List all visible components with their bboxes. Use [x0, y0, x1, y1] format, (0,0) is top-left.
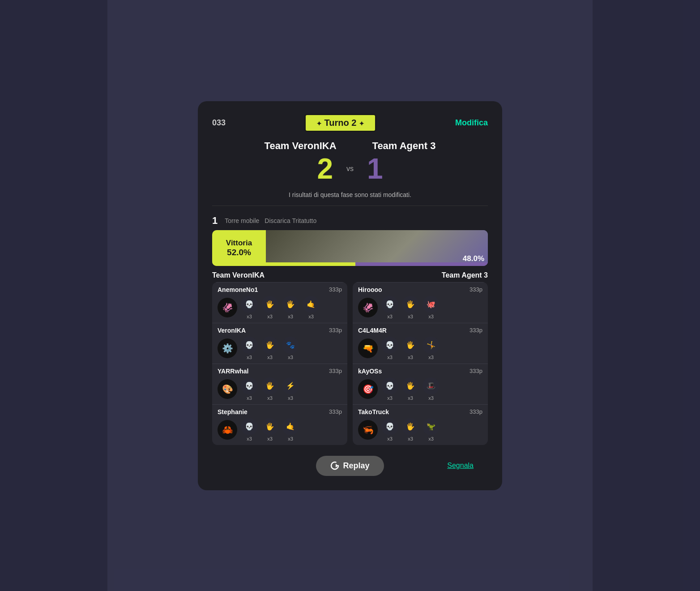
ability-icon: 🖐️ [261, 337, 278, 354]
weapon-slot: ⚙️ [218, 338, 237, 358]
item-count: x3 [267, 314, 273, 319]
ability-icon: 🎩 [423, 377, 440, 394]
segnala-button[interactable]: Segnala [447, 462, 474, 470]
ability-icon: 🤙 [282, 418, 299, 435]
ability-slot: 🦖 x3 [423, 418, 440, 441]
team2-header-label: Team Agent 3 [442, 271, 488, 279]
player-items: 🦑 💀 x3 🖐️ x3 🐙 x3 [358, 296, 482, 319]
item-count: x3 [267, 395, 273, 401]
player-points: 333p [329, 368, 342, 374]
vs-label: vs [346, 165, 354, 173]
ability-icon: 🖐️ [282, 296, 299, 313]
table-row: Hiroooo 333p 🦑 💀 x3 🖐️ x3 [353, 282, 488, 323]
replay-label: Replay [343, 461, 369, 471]
player-items: 🦐 💀 x3 🖐️ x3 🦖 x3 [358, 418, 482, 441]
ability-slot: 🐙 x3 [423, 296, 440, 319]
player-points: 333p [470, 286, 482, 293]
player-items: 🦀 💀 x3 🖐️ x3 🤙 x3 [218, 418, 342, 441]
bottom-actions: Replay Segnala [212, 454, 488, 476]
item-count: x3 [288, 314, 293, 319]
player-points: 333p [470, 408, 482, 415]
ability-slot: 🖐️ x3 [402, 418, 419, 441]
ability-slot: 🖐️ x3 [261, 418, 278, 441]
item-count: x3 [288, 436, 293, 441]
match-number: 033 [212, 118, 226, 128]
ability-slot: 🖐️ x3 [282, 296, 299, 319]
weapon-icon: 🦑 [358, 298, 378, 317]
modal-header: 033 Turno 2 Modifica [212, 114, 488, 132]
player-points: 333p [329, 286, 342, 293]
victory-label: Vittoria 52.0% [212, 230, 266, 266]
item-count: x3 [408, 314, 413, 319]
item-count: x3 [267, 436, 273, 441]
item-count: x3 [428, 314, 434, 319]
replay-button[interactable]: Replay [316, 456, 384, 476]
weapon-slot: 🦑 [358, 298, 378, 317]
item-count: x3 [428, 436, 434, 441]
player-name: AnemoneNo1 [218, 286, 258, 293]
left-panel-bg [0, 0, 107, 591]
table-row: kAyOSs 333p 🎯 💀 x3 🖐️ x3 [353, 364, 488, 404]
weapon-icon: 🎨 [218, 379, 237, 399]
weapon-icon: 🎯 [358, 379, 378, 399]
item-count: x3 [288, 395, 293, 401]
progress-bar [212, 262, 488, 266]
ability-icon: 🖐️ [261, 418, 278, 435]
weapon-icon: 🦐 [358, 420, 378, 440]
player-points: 333p [329, 408, 342, 415]
ability-icon: 🤸 [423, 337, 440, 354]
turno-label: Turno 2 [324, 118, 357, 128]
round-header: 1 Torre mobile Discarica Tritatutto [212, 215, 488, 227]
weapon-slot: 🦑 [218, 298, 237, 317]
player-name: TakoTruck [358, 408, 389, 415]
ability-slot: 🖐️ x3 [261, 296, 278, 319]
ability-slot: 💀 x3 [241, 377, 258, 401]
mode-tags: Torre mobile Discarica Tritatutto [225, 217, 316, 224]
weapon-slot: 🔫 [358, 338, 378, 358]
item-count: x3 [288, 355, 293, 360]
ability-icon: 💀 [381, 418, 398, 435]
table-row: AnemoneNo1 333p 🦑 💀 x3 🖐️ x3 [212, 282, 347, 323]
item-count: x3 [247, 436, 252, 441]
victory-text: Vittoria [226, 239, 252, 248]
ability-icon: 💀 [241, 418, 258, 435]
replay-icon [330, 461, 339, 470]
ability-icon: 🦖 [423, 418, 440, 435]
ability-slot: 🤸 x3 [423, 337, 440, 360]
ability-slot: 💀 x3 [241, 296, 258, 319]
victory-pct: 52.0% [227, 248, 251, 257]
ability-slot: 🎩 x3 [423, 377, 440, 401]
weapon-slot: 🦐 [358, 420, 378, 440]
weapon-icon: ⚙️ [218, 338, 237, 358]
ability-icon: 💀 [381, 377, 398, 394]
ability-slot: 🖐️ x3 [261, 337, 278, 360]
ability-icon: 🖐️ [261, 377, 278, 394]
teams-names: Team VeronIKA Team Agent 3 [212, 140, 488, 152]
ability-slot: 🖐️ x3 [261, 377, 278, 401]
mode2-label: Discarica Tritatutto [265, 217, 316, 224]
right-panel-bg [593, 0, 700, 591]
ability-slot: 💀 x3 [241, 418, 258, 441]
mode1-label: Torre mobile [225, 217, 259, 224]
player-name: Stephanie [218, 408, 248, 415]
ability-icon: 💀 [241, 337, 258, 354]
team1-column: AnemoneNo1 333p 🦑 💀 x3 🖐️ x3 [212, 282, 347, 445]
team1-header-label: Team VeronIKA [212, 271, 265, 279]
modifica-button[interactable]: Modifica [455, 118, 488, 128]
weapon-icon: 🦑 [218, 298, 237, 317]
ability-icon: 🤙 [303, 296, 320, 313]
modified-notice: I risultati di questa fase sono stati mo… [212, 191, 488, 206]
ability-slot: 💀 x3 [381, 377, 398, 401]
player-items: 🦑 💀 x3 🖐️ x3 🖐️ x3 [218, 296, 342, 319]
ability-icon: 🖐️ [402, 377, 419, 394]
item-count: x3 [408, 395, 413, 401]
item-count: x3 [387, 355, 393, 360]
player-items: 🎯 💀 x3 🖐️ x3 🎩 x3 [358, 377, 482, 401]
table-row: VeronIKA 333p ⚙️ 💀 x3 🖐️ x3 [212, 323, 347, 364]
ability-slot: 🤙 x3 [303, 296, 320, 319]
player-name: kAyOSs [358, 368, 382, 375]
result-modal: 033 Turno 2 Modifica Team VeronIKA Team … [198, 101, 502, 490]
player-points: 333p [470, 368, 482, 374]
item-count: x3 [247, 395, 252, 401]
item-count: x3 [247, 314, 252, 319]
